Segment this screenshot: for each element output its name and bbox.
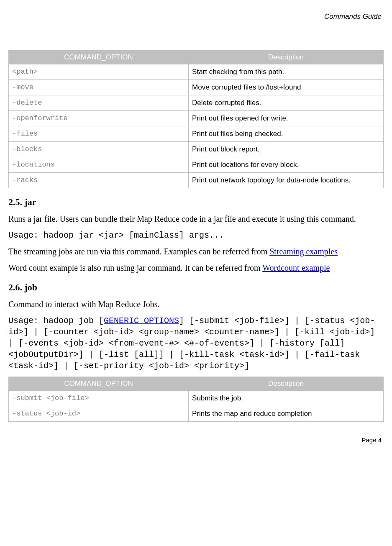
- option-cell: -blocks: [9, 142, 189, 157]
- table-row: -blocksPrint out block report.: [9, 142, 384, 157]
- jar-paragraph-3: Word count example is also run using jar…: [8, 262, 384, 274]
- text: Word count example is also run using jar…: [8, 263, 262, 272]
- desc-cell: Move corrupted files to /lost+found: [189, 80, 384, 95]
- table-row: -locationsPrint out locations for every …: [9, 157, 384, 173]
- desc-cell: Print out network topology for data-node…: [189, 173, 384, 188]
- section-heading-job: 2.6. job: [8, 282, 384, 293]
- table-row: -moveMove corrupted files to /lost+found: [9, 80, 384, 95]
- option-cell: -status <job-id>: [9, 406, 189, 422]
- option-cell: -files: [9, 126, 189, 142]
- option-cell: <path>: [9, 64, 189, 80]
- desc-cell: Delete corrupted files.: [189, 95, 384, 111]
- page-number: Page 4: [8, 436, 384, 443]
- text: The streaming jobs are run via this comm…: [8, 247, 269, 256]
- desc-cell: Print out files being checked.: [189, 126, 384, 142]
- table-header-option: COMMAND_OPTION: [9, 51, 189, 64]
- job-usage: Usage: hadoop job [GENERIC_OPTIONS] [-su…: [8, 315, 384, 372]
- options-table-1: COMMAND_OPTION Description <path>Start c…: [8, 50, 384, 188]
- table-header-description: Description: [189, 51, 384, 64]
- table-row: -deleteDelete corrupted files.: [9, 95, 384, 111]
- jar-usage: Usage: hadoop jar <jar> [mainClass] args…: [8, 230, 384, 241]
- table-row: -submit <job-file>Submits the job.: [9, 391, 384, 406]
- job-paragraph-1: Command to interact with Map Reduce Jobs…: [8, 299, 384, 310]
- table-row: -filesPrint out files being checked.: [9, 126, 384, 142]
- desc-cell: Prints the map and reduce completion: [189, 406, 384, 422]
- wordcount-example-link[interactable]: Wordcount example: [262, 263, 330, 272]
- option-cell: -racks: [9, 173, 189, 188]
- usage-pre: Usage: hadoop job [: [8, 316, 104, 326]
- option-cell: -locations: [9, 157, 189, 173]
- table-row: -openforwritePrint out files opened for …: [9, 111, 384, 126]
- generic-options-link[interactable]: GENERIC_OPTIONS: [104, 316, 179, 326]
- table-row: <path>Start checking from this path.: [9, 64, 384, 80]
- desc-cell: Print out block report.: [189, 142, 384, 157]
- footer-rule: [8, 432, 384, 432]
- streaming-examples-link[interactable]: Streaming examples: [269, 247, 338, 256]
- desc-cell: Start checking from this path.: [189, 64, 384, 80]
- option-cell: -submit <job-file>: [9, 391, 189, 406]
- desc-cell: Print out locations for every block.: [189, 157, 384, 173]
- jar-paragraph-2: The streaming jobs are run via this comm…: [8, 246, 384, 257]
- desc-cell: Submits the job.: [189, 391, 384, 406]
- option-cell: -move: [9, 80, 189, 95]
- table-header-description: Description: [189, 377, 384, 391]
- table-header-option: COMMAND_OPTION: [9, 377, 189, 391]
- section-heading-jar: 2.5. jar: [8, 197, 384, 208]
- table-row: -racksPrint out network topology for dat…: [9, 173, 384, 188]
- jar-paragraph-1: Runs a jar file. Users can bundle their …: [8, 213, 384, 225]
- desc-cell: Print out files opened for write.: [189, 111, 384, 126]
- table-row: -status <job-id>Prints the map and reduc…: [9, 406, 384, 422]
- options-table-2: COMMAND_OPTION Description -submit <job-…: [8, 377, 384, 422]
- doc-header: Commands Guide: [8, 13, 384, 21]
- option-cell: -openforwrite: [9, 111, 189, 126]
- option-cell: -delete: [9, 95, 189, 111]
